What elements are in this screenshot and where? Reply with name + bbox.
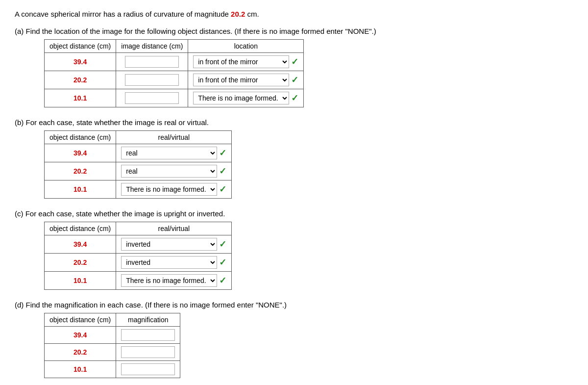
real-virtual-select[interactable]: realvirtualThere is no image formed. [121, 165, 217, 178]
table-row: 39.4realvirtualThere is no image formed.… [45, 144, 232, 162]
obj-dist-cell: 20.2 [45, 162, 116, 180]
table-row: 20.2 [45, 344, 180, 361]
part-a-label: (a) Find the location of the image for t… [15, 27, 573, 35]
upright-inverted-select-wrap: uprightinvertedThere is no image formed.… [121, 256, 226, 269]
img-dist-cell[interactable] [116, 53, 188, 71]
location-cell[interactable]: in front of the mirrorbehind the mirrorT… [188, 89, 304, 107]
part-c-header-row: object distance (cm) real/virtual [45, 222, 232, 235]
img-dist-input[interactable] [125, 74, 179, 86]
check-icon: ✓ [291, 75, 298, 85]
obj-dist-cell: 20.2 [45, 344, 116, 361]
upright-inverted-cell[interactable]: uprightinvertedThere is no image formed.… [116, 272, 232, 290]
img-dist-input[interactable] [125, 92, 179, 104]
part-a-col1-header: object distance (cm) [45, 40, 116, 53]
part-b-header-row: object distance (cm) real/virtual [45, 131, 232, 144]
part-d-header-row: object distance (cm) magnification [45, 313, 180, 327]
magnification-cell[interactable] [116, 344, 180, 361]
magnification-cell[interactable] [116, 327, 180, 344]
check-icon: ✓ [219, 148, 226, 158]
check-icon: ✓ [219, 184, 226, 195]
part-a-table-wrapper: object distance (cm) image distance (cm)… [44, 39, 573, 107]
part-b-table-wrapper: object distance (cm) real/virtual 39.4re… [44, 130, 573, 199]
part-a-col3-header: location [188, 40, 304, 53]
part-c-section: (c) For each case, state whether the ima… [15, 209, 573, 290]
part-d-col1-header: object distance (cm) [45, 313, 116, 327]
obj-dist-cell: 39.4 [45, 144, 116, 162]
obj-dist-cell: 10.1 [45, 361, 116, 378]
part-b-section: (b) For each case, state whether the ima… [15, 118, 573, 199]
table-row: 39.4in front of the mirrorbehind the mir… [45, 53, 304, 71]
upright-inverted-select-wrap: uprightinvertedThere is no image formed.… [121, 238, 226, 251]
obj-dist-cell: 20.2 [45, 71, 116, 89]
table-row: 10.1 [45, 361, 180, 378]
table-row: 10.1uprightinvertedThere is no image for… [45, 272, 232, 290]
upright-inverted-cell[interactable]: uprightinvertedThere is no image formed.… [116, 235, 232, 254]
magnification-input[interactable] [121, 346, 175, 358]
upright-inverted-select[interactable]: uprightinvertedThere is no image formed. [121, 238, 217, 251]
img-dist-input[interactable] [125, 56, 179, 68]
obj-dist-cell: 20.2 [45, 254, 116, 272]
part-d-table-wrapper: object distance (cm) magnification 39.42… [44, 313, 573, 378]
part-a-header-row: object distance (cm) image distance (cm)… [45, 40, 304, 53]
part-c-table: object distance (cm) real/virtual 39.4up… [44, 222, 232, 290]
real-virtual-cell[interactable]: realvirtualThere is no image formed.✓ [116, 162, 232, 180]
part-a-table: object distance (cm) image distance (cm)… [44, 39, 304, 107]
obj-dist-cell: 39.4 [45, 327, 116, 344]
img-dist-cell[interactable] [116, 89, 188, 107]
location-select[interactable]: in front of the mirrorbehind the mirrorT… [193, 92, 289, 104]
radius-unit: cm. [245, 10, 259, 18]
part-b-col1-header: object distance (cm) [45, 131, 116, 144]
img-dist-cell[interactable] [116, 71, 188, 89]
magnification-cell[interactable] [116, 361, 180, 378]
part-c-table-wrapper: object distance (cm) real/virtual 39.4up… [44, 222, 573, 290]
part-a-col2-header: image distance (cm) [116, 40, 188, 53]
part-d-section: (d) Find the magnification in each case.… [15, 301, 573, 378]
part-b-table: object distance (cm) real/virtual 39.4re… [44, 130, 232, 199]
part-d-label: (d) Find the magnification in each case.… [15, 301, 573, 309]
check-icon: ✓ [291, 56, 298, 67]
real-virtual-select-wrap: realvirtualThere is no image formed.✓ [121, 165, 226, 178]
check-icon: ✓ [291, 93, 298, 103]
table-row: 20.2realvirtualThere is no image formed.… [45, 162, 232, 180]
real-virtual-select[interactable]: realvirtualThere is no image formed. [121, 147, 217, 159]
obj-dist-cell: 10.1 [45, 89, 116, 107]
location-select[interactable]: in front of the mirrorbehind the mirrorT… [193, 74, 289, 86]
obj-dist-cell: 39.4 [45, 53, 116, 71]
part-c-label: (c) For each case, state whether the ima… [15, 209, 573, 218]
table-row: 39.4uprightinvertedThere is no image for… [45, 235, 232, 254]
part-b-label: (b) For each case, state whether the ima… [15, 118, 573, 127]
location-cell[interactable]: in front of the mirrorbehind the mirrorT… [188, 71, 304, 89]
location-select[interactable]: in front of the mirrorbehind the mirrorT… [193, 55, 289, 68]
magnification-input[interactable] [121, 363, 175, 375]
part-c-col2-header: real/virtual [116, 222, 232, 235]
location-cell[interactable]: in front of the mirrorbehind the mirrorT… [188, 53, 304, 71]
table-row: 10.1realvirtualThere is no image formed.… [45, 180, 232, 199]
check-icon: ✓ [219, 166, 226, 177]
real-virtual-select[interactable]: realvirtualThere is no image formed. [121, 183, 217, 196]
upright-inverted-select[interactable]: uprightinvertedThere is no image formed. [121, 274, 217, 287]
real-virtual-cell[interactable]: realvirtualThere is no image formed.✓ [116, 180, 232, 199]
magnification-input[interactable] [121, 329, 175, 341]
upright-inverted-select[interactable]: uprightinvertedThere is no image formed. [121, 256, 217, 269]
check-icon: ✓ [219, 239, 226, 250]
real-virtual-select-wrap: realvirtualThere is no image formed.✓ [121, 147, 226, 159]
upright-inverted-cell[interactable]: uprightinvertedThere is no image formed.… [116, 254, 232, 272]
table-row: 20.2uprightinvertedThere is no image for… [45, 254, 232, 272]
intro-text: A concave spherical mirror has a radius … [15, 10, 231, 18]
location-select-wrap: in front of the mirrorbehind the mirrorT… [193, 74, 298, 86]
obj-dist-cell: 10.1 [45, 180, 116, 199]
table-row: 39.4 [45, 327, 180, 344]
real-virtual-select-wrap: realvirtualThere is no image formed.✓ [121, 183, 226, 196]
intro-paragraph: A concave spherical mirror has a radius … [15, 10, 573, 18]
location-select-wrap: in front of the mirrorbehind the mirrorT… [193, 55, 298, 68]
part-d-table: object distance (cm) magnification 39.42… [44, 313, 180, 378]
obj-dist-cell: 10.1 [45, 272, 116, 290]
obj-dist-cell: 39.4 [45, 235, 116, 254]
real-virtual-cell[interactable]: realvirtualThere is no image formed.✓ [116, 144, 232, 162]
check-icon: ✓ [219, 275, 226, 286]
upright-inverted-select-wrap: uprightinvertedThere is no image formed.… [121, 274, 226, 287]
location-select-wrap: in front of the mirrorbehind the mirrorT… [193, 92, 298, 104]
part-a-section: (a) Find the location of the image for t… [15, 27, 573, 107]
table-row: 20.2in front of the mirrorbehind the mir… [45, 71, 304, 89]
part-d-col2-header: magnification [116, 313, 180, 327]
